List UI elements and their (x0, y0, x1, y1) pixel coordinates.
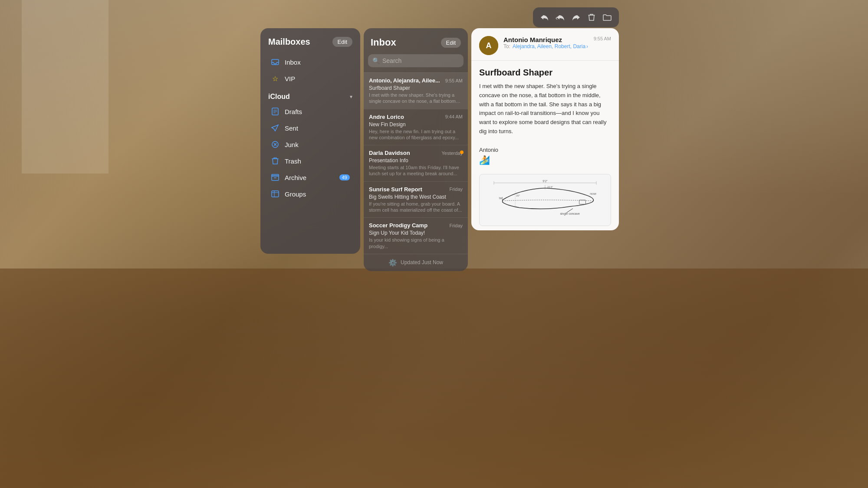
email-item-header: Soccer Prodigy Camp Friday (369, 222, 463, 229)
email-time: Friday (449, 187, 463, 192)
sender-info: Antonio Manriquez To: Alejandra, Aileen,… (503, 36, 589, 49)
sidebar-item-inbox[interactable]: Inbox (263, 54, 358, 70)
email-item[interactable]: Andre Lorico 9:44 AM New Fin Design Hey,… (364, 109, 468, 145)
drafts-icon (271, 107, 279, 116)
email-time: 9:55 AM (445, 78, 463, 83)
icloud-section-header[interactable]: iCloud ▾ (260, 87, 360, 103)
reply-all-button[interactable] (554, 11, 567, 24)
sidebar-item-junk[interactable]: Junk (263, 136, 358, 153)
sidebar-item-inbox-label: Inbox (285, 59, 301, 66)
email-subject: Surfboard Shaper (369, 85, 463, 91)
floor-highlight (0, 314, 868, 488)
svg-text:tail: tail (499, 197, 503, 200)
inbox-footer: ⚙️ Updated Just Now (364, 254, 468, 271)
mailboxes-title: Mailboxes (268, 37, 310, 47)
chevron-down-icon: ▾ (350, 94, 352, 100)
svg-rect-4 (272, 174, 279, 176)
gear-icon[interactable]: ⚙️ (388, 259, 397, 267)
detail-header: A Antonio Manriquez To: Alejandra, Ailee… (471, 28, 619, 61)
star-icon: ☆ (271, 74, 279, 83)
email-item-header: Sunrise Surf Report Friday (369, 186, 463, 193)
search-input[interactable] (382, 57, 459, 64)
email-toolbar (533, 7, 619, 27)
detail-panel-wrapper: A Antonio Manriquez To: Alejandra, Ailee… (471, 28, 619, 230)
window-light (22, 0, 108, 174)
mailboxes-panel: Mailboxes Edit Inbox ☆ VIP iCloud ▾ (260, 28, 360, 254)
email-sender: Sunrise Surf Report (369, 186, 447, 193)
detail-subject: Surfboard Shaper (471, 61, 619, 82)
sidebar-item-sent-label: Sent (285, 124, 298, 132)
email-sender: Darla Davidson (369, 150, 439, 156)
email-subject: New Fin Design (369, 121, 463, 128)
mailboxes-header: Mailboxes Edit (260, 37, 360, 54)
search-icon: 🔍 (372, 57, 380, 64)
email-item[interactable]: Darla Davidson Yesterday Presentation In… (364, 145, 468, 181)
email-item-header: Andre Lorico 9:44 AM (369, 114, 463, 120)
archive-badge: 49 (339, 174, 350, 180)
svg-rect-5 (272, 191, 279, 197)
sidebar-item-trash-label: Trash (285, 157, 301, 165)
email-subject: Sign Up Your Kid Today! (369, 230, 463, 236)
svg-text:nose: nose (590, 192, 596, 195)
surfboard-diagram: 9'2" 22.5" 20" single concave (479, 174, 611, 226)
sidebar-item-groups-label: Groups (285, 190, 306, 198)
groups-icon (271, 190, 279, 198)
email-item-header: Darla Davidson Yesterday (369, 150, 463, 156)
svg-text:A: A (486, 41, 492, 50)
icloud-section-title: iCloud (268, 93, 290, 101)
email-preview: Is your kid showing signs of being a pro… (369, 237, 463, 249)
inbox-panel: Inbox Edit 🔍 Antonio, Alejandra, Ailee..… (364, 28, 468, 271)
inbox-header: Inbox Edit (364, 37, 468, 54)
to-label: To: (503, 43, 510, 49)
sidebar-item-vip-label: VIP (285, 75, 295, 82)
svg-text:22.5": 22.5" (547, 186, 553, 188)
priority-dot (460, 151, 464, 154)
email-subject: Presentation Info (369, 157, 463, 164)
sidebar-item-archive-label: Archive (285, 174, 306, 181)
sidebar-item-groups[interactable]: Groups (263, 186, 358, 202)
junk-icon (271, 140, 279, 149)
email-time: Yesterday (441, 151, 463, 156)
email-item[interactable]: Antonio, Alejandra, Ailee... 9:55 AM Sur… (364, 72, 468, 109)
detail-body: I met with the new shaper. She's trying … (471, 82, 619, 143)
email-preview: If you're sitting at home, grab your boa… (369, 201, 463, 213)
email-subject: Big Swells Hitting the West Coast (369, 194, 463, 200)
archive-icon (271, 173, 279, 182)
sidebar-item-drafts[interactable]: Drafts (263, 103, 358, 120)
delete-button[interactable] (585, 11, 598, 24)
svg-text:9'2": 9'2" (542, 179, 548, 182)
ui-container: Mailboxes Edit Inbox ☆ VIP iCloud ▾ (260, 28, 619, 271)
sidebar-item-junk-label: Junk (285, 141, 299, 148)
mailboxes-edit-button[interactable]: Edit (332, 37, 352, 47)
reply-button[interactable] (538, 11, 551, 24)
sidebar-item-drafts-label: Drafts (285, 108, 302, 115)
email-sender: Andre Lorico (369, 114, 443, 120)
sender-avatar: A (479, 36, 498, 55)
forward-button[interactable] (569, 11, 582, 24)
sender-name: Antonio Manriquez (503, 36, 589, 43)
inbox-edit-button[interactable]: Edit (441, 38, 461, 48)
email-detail-panel: A Antonio Manriquez To: Alejandra, Ailee… (471, 28, 619, 230)
sidebar-item-vip[interactable]: ☆ VIP (263, 70, 358, 87)
email-preview: Hey, here is the new fin. I am trying ou… (369, 128, 463, 141)
search-bar[interactable]: 🔍 (368, 54, 464, 67)
trash-icon (271, 157, 279, 165)
sent-icon (271, 124, 279, 132)
email-list: Antonio, Alejandra, Ailee... 9:55 AM Sur… (364, 72, 468, 254)
email-sender: Antonio, Alejandra, Ailee... (369, 77, 443, 84)
sidebar-item-trash[interactable]: Trash (263, 153, 358, 169)
email-time-detail: 9:55 AM (594, 36, 611, 41)
signature-emoji: 🏄 (479, 155, 611, 165)
footer-updated-text: Updated Just Now (401, 259, 443, 265)
inbox-title: Inbox (371, 37, 396, 48)
email-item[interactable]: Soccer Prodigy Camp Friday Sign Up Your … (364, 217, 468, 254)
email-item[interactable]: Sunrise Surf Report Friday Big Swells Hi… (364, 181, 468, 218)
email-item-header: Antonio, Alejandra, Ailee... 9:55 AM (369, 77, 463, 84)
email-preview: Meeting starts at 10am this Friday. I'll… (369, 164, 463, 177)
sidebar-item-archive[interactable]: Archive 49 (263, 169, 358, 186)
email-sender: Soccer Prodigy Camp (369, 222, 447, 229)
recipients-chevron: › (586, 43, 588, 49)
email-preview: I met with the new shaper. She's trying … (369, 92, 463, 105)
sidebar-item-sent[interactable]: Sent (263, 120, 358, 136)
move-to-folder-button[interactable] (601, 11, 614, 24)
